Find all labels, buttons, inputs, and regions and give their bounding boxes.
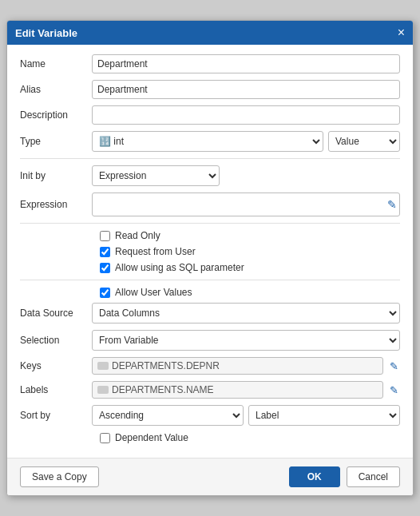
initby-control: Expression Value None (92, 165, 400, 186)
alias-row: Alias (20, 80, 400, 99)
expression-edit-button[interactable]: ✎ (387, 198, 397, 211)
data-source-row: Data Source Data Columns Query None (20, 303, 400, 323)
name-input[interactable] (92, 54, 400, 73)
allow-user-values-checkbox[interactable] (100, 288, 110, 298)
data-source-control: Data Columns Query None (92, 303, 400, 323)
labels-label: Labels (20, 384, 92, 395)
keys-edit-button[interactable]: ✎ (388, 360, 400, 372)
type-control: 🔢 int float string Value Range (92, 131, 400, 152)
expression-input[interactable] (92, 193, 400, 216)
description-control (92, 105, 400, 125)
cancel-button[interactable]: Cancel (347, 466, 400, 487)
alias-label: Alias (20, 84, 92, 95)
allow-user-values-label[interactable]: Allow User Values (115, 287, 192, 298)
keys-icon (97, 362, 109, 370)
initby-select[interactable]: Expression Value None (92, 165, 220, 186)
allow-user-values-row: Allow User Values (20, 287, 400, 298)
data-source-label: Data Source (20, 308, 92, 319)
labels-icon (97, 386, 109, 394)
labels-value-text: DEPARTMENTS.NAME (112, 384, 378, 395)
readonly-row: Read Only (20, 230, 400, 241)
description-row: Description (20, 105, 400, 125)
allow-sql-row: Allow using as SQL parameter (20, 262, 400, 273)
expression-control: ✎ (92, 193, 400, 216)
readonly-checkbox[interactable] (100, 231, 110, 241)
keys-row: Keys DEPARTMENTS.DEPNR ✎ (20, 357, 400, 375)
request-from-user-label[interactable]: Request from User (115, 246, 196, 257)
expression-row: Expression ✎ (20, 193, 400, 216)
selection-label: Selection (20, 335, 92, 346)
keys-label: Keys (20, 360, 92, 371)
dialog-footer: Save a Copy OK Cancel (7, 458, 413, 495)
close-button[interactable]: × (398, 26, 405, 39)
dependent-value-label[interactable]: Dependent Value (115, 432, 188, 443)
type-label: Type (20, 136, 92, 147)
keys-value-text: DEPARTMENTS.DEPNR (112, 360, 378, 371)
selection-row: Selection From Variable All Values Custo… (20, 330, 400, 351)
edit-variable-dialog: Edit Variable × Name Alias Description (6, 20, 414, 496)
allow-sql-checkbox[interactable] (100, 263, 110, 273)
request-from-user-checkbox[interactable] (100, 247, 110, 257)
type-row: Type 🔢 int float string Value Range (20, 131, 400, 152)
alias-control (92, 80, 400, 99)
dependent-value-checkbox[interactable] (100, 433, 110, 443)
ok-button[interactable]: OK (289, 466, 340, 487)
selection-select[interactable]: From Variable All Values Custom (92, 330, 400, 351)
dialog-header: Edit Variable × (7, 21, 413, 45)
keys-field: DEPARTMENTS.DEPNR (92, 357, 383, 375)
description-label: Description (20, 109, 92, 121)
labels-row: Labels DEPARTMENTS.NAME ✎ (20, 381, 400, 399)
labels-field: DEPARTMENTS.NAME (92, 381, 383, 399)
sortby-row: Sort by Ascending Descending None Label … (20, 405, 400, 426)
initby-row: Init by Expression Value None (20, 165, 400, 186)
description-input[interactable] (92, 105, 400, 125)
save-copy-button[interactable]: Save a Copy (20, 466, 99, 487)
name-row: Name (20, 54, 400, 73)
labels-control: DEPARTMENTS.NAME ✎ (92, 381, 400, 399)
dependent-value-row: Dependent Value (20, 432, 400, 443)
request-from-user-row: Request from User (20, 246, 400, 257)
value-select[interactable]: Value Range (328, 131, 400, 152)
name-label: Name (20, 58, 92, 69)
data-source-select[interactable]: Data Columns Query None (92, 303, 400, 323)
type-select[interactable]: 🔢 int float string (92, 131, 323, 152)
keys-control: DEPARTMENTS.DEPNR ✎ (92, 357, 400, 375)
initby-label: Init by (20, 170, 92, 181)
allow-sql-label[interactable]: Allow using as SQL parameter (115, 262, 244, 273)
sortby-select[interactable]: Ascending Descending None (92, 405, 244, 426)
readonly-label[interactable]: Read Only (115, 230, 160, 241)
dialog-body: Name Alias Description Type 🔢 int (7, 45, 413, 458)
name-control (92, 54, 400, 73)
alias-input[interactable] (92, 80, 400, 99)
expression-label: Expression (20, 199, 92, 210)
sortby-control: Ascending Descending None Label Key Valu… (92, 405, 400, 426)
dialog-title: Edit Variable (15, 27, 77, 39)
sortby-label: Sort by (20, 410, 92, 421)
footer-right-buttons: OK Cancel (289, 466, 400, 487)
sortby2-select[interactable]: Label Key Value (248, 405, 400, 426)
selection-control: From Variable All Values Custom (92, 330, 400, 351)
labels-edit-button[interactable]: ✎ (388, 384, 400, 396)
